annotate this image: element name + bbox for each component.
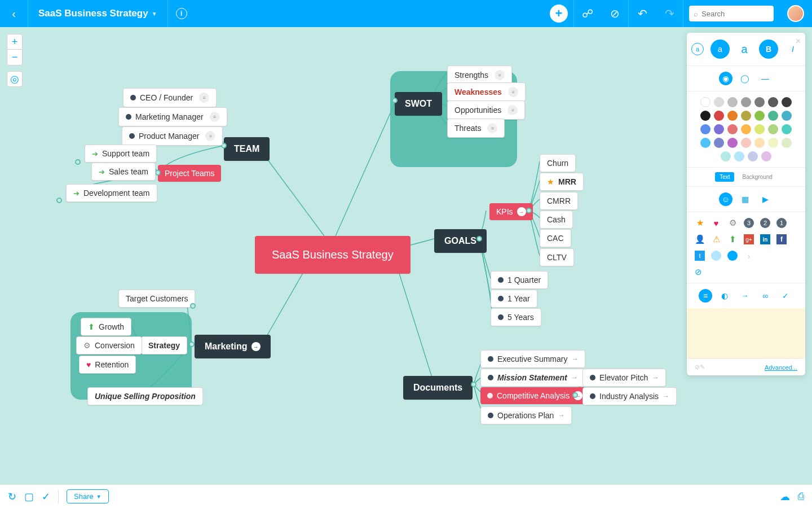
kpi-item[interactable]: ★MRR	[540, 173, 584, 191]
color-swatch[interactable]	[741, 138, 751, 148]
color-swatch[interactable]	[700, 97, 710, 107]
kpi-item[interactable]: CLTV	[540, 248, 574, 266]
note-link-button[interactable]: ∞	[757, 288, 773, 304]
heart-icon[interactable]: ♥	[711, 218, 721, 228]
color-swatch[interactable]	[761, 151, 771, 161]
redo-button[interactable]: ↷	[656, 0, 683, 27]
info-button[interactable]: i	[176, 8, 187, 19]
add-button[interactable]: +	[550, 5, 568, 23]
color-swatch[interactable]	[714, 138, 724, 148]
expand-icon[interactable]: ≡	[199, 93, 209, 103]
badge-3-icon[interactable]: 3	[744, 218, 754, 228]
color-swatch[interactable]	[782, 138, 792, 148]
search-input[interactable]: ⌕	[689, 6, 774, 21]
color-swatch[interactable]	[768, 97, 778, 107]
color-swatch[interactable]	[741, 111, 751, 121]
swot-node[interactable]: SWOT	[395, 92, 442, 116]
color-swatch[interactable]	[754, 97, 765, 107]
emoji-button[interactable]: ☺	[719, 192, 732, 206]
star-icon[interactable]: ★	[695, 218, 705, 228]
expand-icon[interactable]: ≡	[508, 105, 518, 115]
color-swatch[interactable]	[768, 124, 778, 134]
circle-light-icon[interactable]	[711, 251, 721, 261]
color-swatch[interactable]	[700, 124, 710, 134]
expand-icon[interactable]: ≡	[495, 70, 505, 80]
edit-small-icon[interactable]: ✎	[700, 364, 705, 371]
documents-node[interactable]: Documents	[403, 376, 473, 400]
twitter-icon[interactable]: t	[695, 251, 705, 261]
color-swatch[interactable]	[714, 124, 724, 134]
share-button[interactable]: Share ▼	[67, 489, 109, 503]
history-button[interactable]: ↻	[8, 491, 16, 503]
color-swatch[interactable]	[782, 97, 792, 107]
note-list-button[interactable]: ≡	[699, 289, 712, 303]
team-item[interactable]: ➔Sales team	[91, 163, 156, 181]
color-swatch[interactable]	[768, 111, 778, 121]
check-button[interactable]: ✓	[42, 491, 50, 503]
project-teams-node[interactable]: Project Teams	[158, 165, 221, 182]
team-person[interactable]: CEO / Founder≡	[123, 88, 217, 107]
recenter-button[interactable]: ◎	[7, 71, 23, 87]
color-swatch[interactable]	[734, 151, 744, 161]
size-medium-button[interactable]: a	[710, 40, 730, 59]
color-swatch[interactable]	[714, 97, 724, 107]
background-tab[interactable]: Background	[738, 172, 776, 182]
block-small-icon[interactable]: ⊘	[695, 364, 700, 371]
color-swatch[interactable]	[721, 151, 731, 161]
team-person[interactable]: Marketing Manager≡	[118, 107, 227, 126]
block-icon[interactable]: ⊘	[695, 267, 797, 277]
kpi-item[interactable]: Cash	[540, 211, 573, 229]
team-item[interactable]: ➔Support team	[85, 144, 157, 163]
strategy-node[interactable]: Strategy	[141, 336, 187, 354]
person-icon[interactable]: 👤	[695, 234, 705, 244]
advanced-link[interactable]: Advanced...	[765, 364, 797, 371]
color-swatch[interactable]	[741, 97, 751, 107]
line-style-button[interactable]: —	[757, 71, 773, 86]
expand-icon[interactable]: ≡	[487, 123, 497, 133]
badge-1-icon[interactable]: 1	[776, 218, 787, 228]
color-swatch[interactable]	[727, 97, 738, 107]
color-swatch[interactable]	[727, 111, 738, 121]
gplus-icon[interactable]: g+	[744, 234, 754, 244]
expand-icon[interactable]: ≡	[210, 112, 220, 122]
up-arrow-icon[interactable]: ⬆	[727, 234, 738, 244]
team-person[interactable]: Product Manager≡	[122, 126, 223, 146]
fill-style-button[interactable]: ◉	[719, 72, 732, 85]
color-swatch[interactable]	[782, 124, 792, 134]
doc-child[interactable]: Elevator Pitch→	[582, 369, 666, 387]
gear-icon[interactable]: ⚙	[727, 218, 738, 228]
color-swatch[interactable]	[748, 151, 758, 161]
color-swatch[interactable]	[727, 124, 738, 134]
color-swatch[interactable]	[714, 111, 724, 121]
marketing-target[interactable]: Target Customers	[118, 290, 195, 308]
print-button[interactable]: ⎙	[798, 491, 804, 502]
strategy-item[interactable]: ⬆Growth	[81, 318, 131, 336]
close-panel-button[interactable]: ×	[796, 36, 801, 46]
kpi-item[interactable]: CAC	[540, 229, 571, 247]
color-swatch[interactable]	[768, 138, 778, 148]
strategy-item[interactable]: ♥Retention	[79, 356, 136, 374]
zoom-out-button[interactable]: −	[7, 50, 23, 65]
color-swatch[interactable]	[754, 124, 765, 134]
download-button[interactable]: ☁	[780, 491, 790, 503]
kpi-item[interactable]: Churn	[540, 154, 576, 172]
horizon-item[interactable]: 1 Quarter	[491, 271, 548, 289]
color-swatch[interactable]	[727, 138, 738, 148]
doc-item[interactable]: Mission Statement→	[480, 369, 585, 387]
swot-item[interactable]: Strengths≡	[447, 65, 512, 85]
horizon-item[interactable]: 1 Year	[491, 290, 537, 308]
undo-button[interactable]: ↶	[629, 0, 656, 27]
note-comment-button[interactable]: ◐	[717, 288, 732, 304]
doc-item[interactable]: Executive Summary→	[480, 350, 585, 368]
expand-icon[interactable]: ≡	[205, 131, 215, 141]
color-swatch[interactable]	[782, 111, 792, 121]
strategy-item[interactable]: ⚙Conversion	[76, 336, 142, 354]
swot-item[interactable]: Weaknesses≡	[447, 82, 526, 102]
doc-item[interactable]: Operations Plan→	[480, 406, 572, 424]
user-avatar[interactable]	[787, 5, 804, 22]
text-tab[interactable]: Text	[715, 172, 734, 182]
size-small-button[interactable]: a	[691, 43, 704, 55]
doc-child[interactable]: Industry Analysis→	[582, 387, 677, 405]
team-item[interactable]: ➔Development team	[66, 184, 157, 202]
facebook-icon[interactable]: f	[776, 234, 787, 244]
